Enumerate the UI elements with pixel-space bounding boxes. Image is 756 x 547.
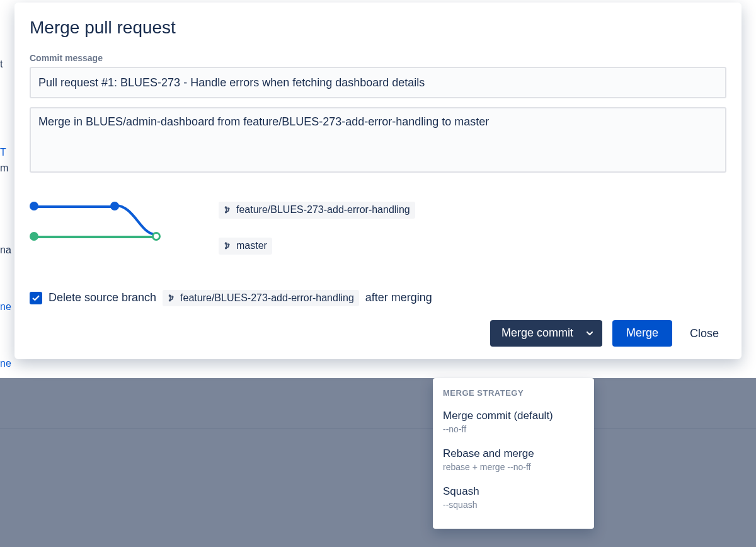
bg-text: ne [0, 301, 11, 313]
commit-message-label: Commit message [30, 53, 726, 63]
bg-text: na [0, 245, 11, 256]
menu-item-sub: rebase + merge --no-ff [443, 462, 584, 472]
merge-strategy-menu: MERGE STRATEGY Merge commit (default) --… [433, 378, 594, 529]
merge-strategy-dropdown[interactable]: Merge commit [490, 320, 602, 347]
modal-overlay [0, 378, 756, 547]
menu-item-name: Rebase and merge [443, 447, 584, 461]
menu-item-rebase[interactable]: Rebase and merge rebase + merge --no-ff [433, 440, 594, 478]
source-branch-chip[interactable]: feature/BLUES-273-add-error-handling [219, 202, 415, 219]
delete-branch-row: Delete source branch feature/BLUES-273-a… [30, 290, 726, 307]
menu-item-merge-commit[interactable]: Merge commit (default) --no-ff [433, 403, 594, 440]
merge-pr-dialog: Merge pull request Commit message Merge … [14, 3, 742, 359]
delete-branch-chip: feature/BLUES-273-add-error-handling [163, 290, 359, 307]
delete-branch-checkbox[interactable] [30, 292, 42, 304]
commit-dot [30, 202, 38, 210]
menu-header: MERGE STRATEGY [433, 388, 594, 403]
branch-icon [224, 205, 232, 214]
bg-text: m [0, 163, 8, 174]
bg-text: T [0, 147, 6, 158]
merge-curve [113, 203, 158, 239]
chevron-down-icon [586, 330, 593, 337]
commit-dot [110, 202, 119, 210]
commit-dot [30, 232, 38, 241]
target-branch-chip[interactable]: master [219, 238, 272, 255]
delete-branch-suffix: after merging [365, 291, 432, 304]
merge-button[interactable]: Merge [612, 320, 672, 347]
bg-text: ne [0, 358, 11, 369]
delete-branch-prefix: Delete source branch [49, 291, 156, 304]
close-button[interactable]: Close [682, 322, 726, 345]
merge-diagram [30, 202, 162, 246]
menu-item-sub: --no-ff [443, 424, 584, 434]
menu-item-squash[interactable]: Squash --squash [433, 478, 594, 516]
source-line [33, 205, 115, 208]
menu-item-name: Merge commit (default) [443, 409, 584, 423]
menu-item-name: Squash [443, 485, 584, 498]
commit-body-textarea[interactable]: Merge in BLUES/admin-dashboard from feat… [30, 107, 726, 173]
delete-branch-name: feature/BLUES-273-add-error-handling [180, 292, 354, 305]
bg-text: t [0, 59, 3, 70]
branch-icon [224, 241, 232, 250]
commit-title-input[interactable] [30, 67, 726, 98]
dialog-title: Merge pull request [30, 18, 726, 38]
merge-dot [152, 232, 161, 241]
source-branch-name: feature/BLUES-273-add-error-handling [236, 204, 410, 217]
merge-strategy-label: Merge commit [501, 326, 573, 340]
branch-icon [168, 294, 176, 302]
dialog-footer: Merge commit Merge Close [30, 320, 726, 347]
menu-item-sub: --squash [443, 500, 584, 510]
target-branch-name: master [236, 239, 267, 253]
check-icon [32, 294, 40, 302]
